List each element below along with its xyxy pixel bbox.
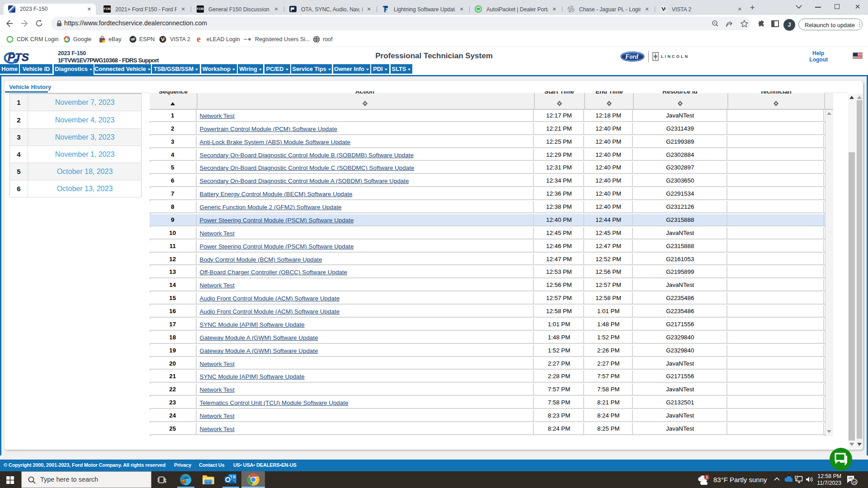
svg-text:1: 1 xyxy=(706,475,708,479)
svg-text:Ford: Ford xyxy=(625,53,639,60)
svg-text:PTS: PTS xyxy=(8,51,29,63)
svg-text:16: 16 xyxy=(852,480,856,484)
